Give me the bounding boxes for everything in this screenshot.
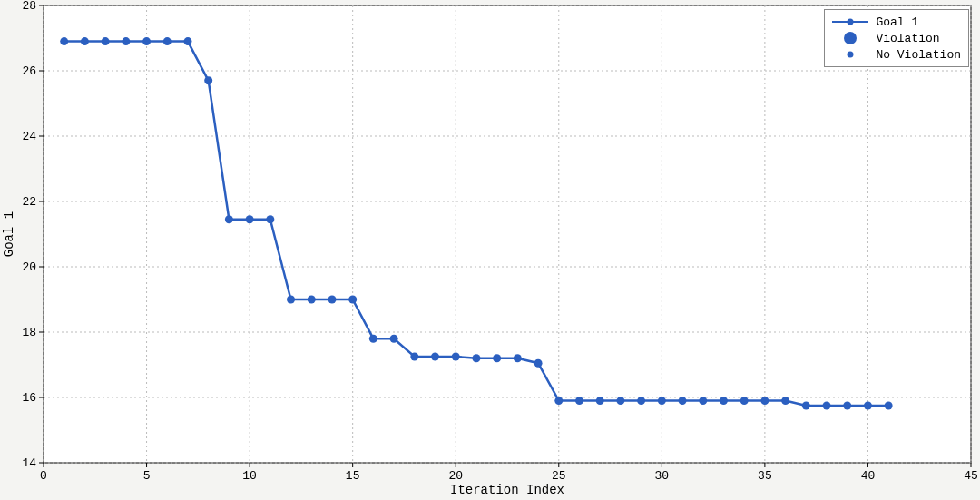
svg-point-101: [848, 52, 854, 58]
svg-text:24: 24: [22, 130, 36, 143]
legend-sample-line: [832, 15, 868, 28]
legend-entry-violation: Violation: [832, 30, 961, 46]
svg-point-88: [699, 397, 707, 405]
svg-point-77: [472, 354, 480, 362]
svg-point-90: [740, 397, 749, 405]
svg-point-83: [596, 397, 604, 405]
svg-point-62: [163, 37, 172, 45]
svg-point-67: [266, 215, 274, 223]
svg-text:15: 15: [346, 469, 360, 483]
svg-point-72: [369, 335, 377, 343]
svg-text:25: 25: [552, 469, 566, 483]
svg-rect-0: [44, 5, 971, 463]
svg-point-79: [514, 354, 522, 362]
svg-text:10: 10: [242, 469, 257, 483]
svg-point-58: [81, 37, 89, 45]
svg-point-80: [534, 359, 543, 368]
chart-legend: Goal 1 Violation No Violation: [824, 9, 969, 67]
svg-point-64: [204, 76, 212, 84]
svg-text:Goal 1: Goal 1: [2, 211, 16, 257]
svg-point-97: [885, 402, 893, 410]
legend-label: No Violation: [876, 48, 961, 62]
svg-point-57: [60, 37, 68, 45]
svg-point-75: [431, 353, 439, 361]
svg-point-91: [760, 397, 769, 405]
svg-point-100: [844, 32, 857, 44]
svg-text:Iteration Index: Iteration Index: [450, 483, 564, 497]
svg-text:14: 14: [22, 456, 36, 470]
svg-point-85: [637, 397, 645, 405]
svg-text:20: 20: [22, 260, 36, 274]
svg-point-71: [348, 296, 357, 304]
svg-point-94: [823, 402, 831, 410]
svg-point-78: [493, 354, 501, 362]
svg-point-65: [225, 215, 233, 223]
svg-point-87: [679, 397, 687, 405]
svg-text:20: 20: [448, 469, 463, 483]
svg-point-61: [142, 37, 151, 45]
chart-container: 0510152025303540451416182022242628Iterat…: [0, 0, 980, 500]
svg-text:0: 0: [40, 469, 47, 483]
svg-point-82: [575, 397, 583, 405]
svg-text:22: 22: [22, 195, 36, 209]
svg-text:30: 30: [655, 469, 670, 483]
svg-point-99: [848, 19, 854, 25]
svg-point-81: [554, 397, 563, 405]
svg-text:5: 5: [143, 469, 151, 483]
svg-point-70: [328, 296, 336, 304]
svg-text:40: 40: [861, 469, 876, 483]
svg-point-74: [410, 353, 418, 361]
svg-point-66: [246, 215, 254, 223]
legend-label: Violation: [876, 32, 939, 45]
legend-sample-noviolation: [832, 48, 868, 61]
svg-point-96: [864, 402, 872, 410]
svg-point-84: [616, 397, 624, 405]
svg-point-60: [122, 37, 130, 45]
svg-point-76: [452, 353, 460, 361]
svg-text:35: 35: [758, 469, 772, 483]
svg-point-68: [287, 296, 295, 304]
legend-sample-violation: [832, 32, 868, 44]
svg-text:28: 28: [22, 0, 36, 13]
svg-point-86: [658, 397, 666, 405]
legend-entry-noviolation: No Violation: [832, 46, 961, 63]
svg-point-93: [802, 402, 810, 410]
svg-point-59: [102, 37, 110, 45]
goal1-chart: 0510152025303540451416182022242628Iterat…: [0, 0, 980, 500]
svg-point-73: [390, 335, 398, 343]
svg-point-95: [843, 402, 851, 410]
svg-point-69: [308, 296, 316, 304]
svg-text:16: 16: [22, 391, 36, 405]
legend-label: Goal 1: [876, 15, 918, 29]
svg-point-63: [183, 37, 191, 45]
svg-point-89: [720, 397, 728, 405]
svg-text:18: 18: [22, 326, 36, 339]
svg-text:45: 45: [964, 469, 978, 483]
svg-point-92: [781, 397, 789, 405]
legend-entry-goal1: Goal 1: [832, 14, 961, 30]
svg-text:26: 26: [22, 64, 36, 78]
